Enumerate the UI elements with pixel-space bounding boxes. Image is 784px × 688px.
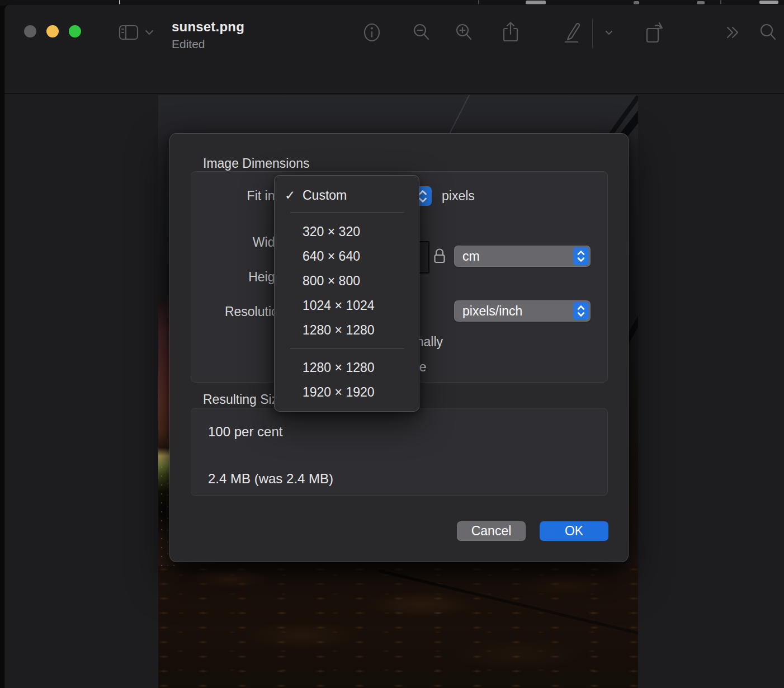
rotate-left-icon — [643, 21, 665, 44]
menu-item-800[interactable]: 800 × 800 — [275, 268, 419, 293]
menu-item-label: 800 × 800 — [303, 274, 360, 289]
share-icon — [501, 21, 520, 44]
menu-separator — [290, 212, 404, 213]
sidebar-chevron-button[interactable] — [142, 21, 157, 44]
markup-chevron-button[interactable] — [601, 21, 617, 44]
checkmark-icon: ✓ — [285, 188, 303, 203]
zoom-out-icon — [412, 22, 432, 43]
background-window-fragment — [478, 0, 479, 4]
document-status: Edited — [172, 37, 244, 51]
width-unit-popup[interactable]: cm — [454, 246, 591, 267]
unit-popup-stepper-icon — [573, 247, 589, 265]
chevron-down-icon — [144, 29, 154, 36]
menu-item-1280[interactable]: 1280 × 1280 — [275, 318, 419, 342]
background-window-fragment — [526, 1, 546, 4]
rotate-button[interactable] — [643, 21, 665, 44]
title-block: sunset.png Edited — [172, 19, 244, 51]
menu-item-label: 640 × 640 — [303, 249, 360, 264]
preview-window: sunset.png Edited — [4, 4, 784, 688]
menu-item-label: 1280 × 1280 — [303, 360, 375, 375]
background-window-fragment — [759, 1, 778, 4]
more-toolbar-items-button[interactable] — [721, 21, 744, 44]
zoom-window-button[interactable] — [69, 25, 81, 37]
menu-item-label: 1024 × 1024 — [303, 298, 375, 313]
fit-into-menu: ✓ Custom 320 × 320 640 × 640 800 × 800 1… — [274, 175, 419, 412]
menu-item-320[interactable]: 320 × 320 — [275, 219, 419, 244]
dialog-title: Image Dimensions — [203, 156, 309, 171]
aspect-lock-icon — [433, 248, 446, 265]
search-button[interactable] — [757, 21, 780, 44]
resulting-size-group: 100 per cent 2.4 MB (was 2.4 MB) — [191, 408, 608, 496]
info-button[interactable] — [361, 21, 383, 44]
markup-toolbar: Aa — [4, 58, 784, 94]
markup-pencil-icon — [561, 21, 582, 44]
menu-separator — [290, 348, 404, 349]
sidebar-toggle-button[interactable] — [115, 21, 143, 44]
double-chevron-right-icon — [724, 25, 741, 40]
background-window-fragment — [720, 0, 721, 4]
menu-item-label: 1280 × 1280 — [303, 323, 375, 338]
markup-button[interactable] — [560, 21, 583, 44]
cancel-button[interactable]: Cancel — [457, 521, 526, 541]
zoom-in-button[interactable] — [453, 21, 475, 44]
resulting-percent-value: 100 per cent — [208, 424, 282, 440]
resolution-unit-popup[interactable]: pixels/inch — [454, 300, 591, 322]
resolution-unit-value: pixels/inch — [454, 304, 522, 319]
menu-item-current-1920[interactable]: 1920 × 1920 — [275, 380, 419, 404]
chevron-down-icon — [604, 30, 613, 36]
sidebar-icon — [118, 23, 139, 41]
menu-item-640[interactable]: 640 × 640 — [275, 244, 419, 268]
menu-item-label: 1920 × 1920 — [303, 385, 375, 400]
title-bar: sunset.png Edited — [4, 4, 784, 58]
screen: sunset.png Edited — [0, 0, 784, 688]
menu-item-current-1280[interactable]: 1280 × 1280 — [275, 355, 419, 380]
zoom-in-icon — [454, 22, 474, 43]
pixels-unit-label: pixels — [442, 189, 475, 204]
zoom-out-button[interactable] — [410, 21, 433, 44]
minimize-button[interactable] — [46, 25, 59, 37]
menu-item-label: 320 × 320 — [303, 224, 360, 239]
photo-water — [158, 566, 638, 688]
toolbar-divider — [592, 19, 593, 48]
width-unit-value: cm — [454, 249, 480, 264]
share-button[interactable] — [499, 21, 522, 44]
document-title: sunset.png — [172, 19, 244, 35]
menu-item-custom[interactable]: ✓ Custom — [275, 183, 419, 208]
ok-button[interactable]: OK — [540, 521, 608, 541]
resulting-size-label: Resulting Size — [203, 392, 285, 407]
close-button[interactable] — [24, 25, 36, 37]
menu-item-label: Custom — [303, 188, 347, 203]
resulting-file-size-value: 2.4 MB (was 2.4 MB) — [208, 471, 333, 487]
search-icon — [758, 22, 778, 43]
menu-item-1024[interactable]: 1024 × 1024 — [275, 293, 419, 318]
unit-popup-stepper-icon — [573, 302, 589, 320]
info-icon — [362, 21, 382, 44]
